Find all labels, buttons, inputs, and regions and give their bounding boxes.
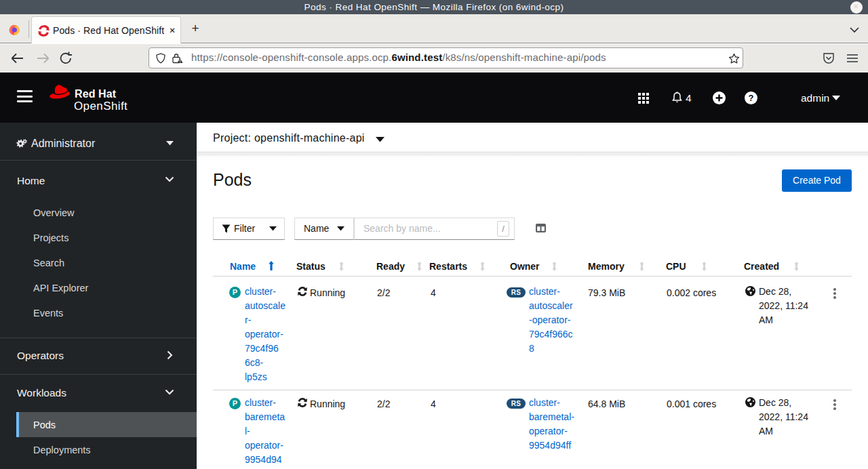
- svg-text:?: ?: [749, 93, 754, 103]
